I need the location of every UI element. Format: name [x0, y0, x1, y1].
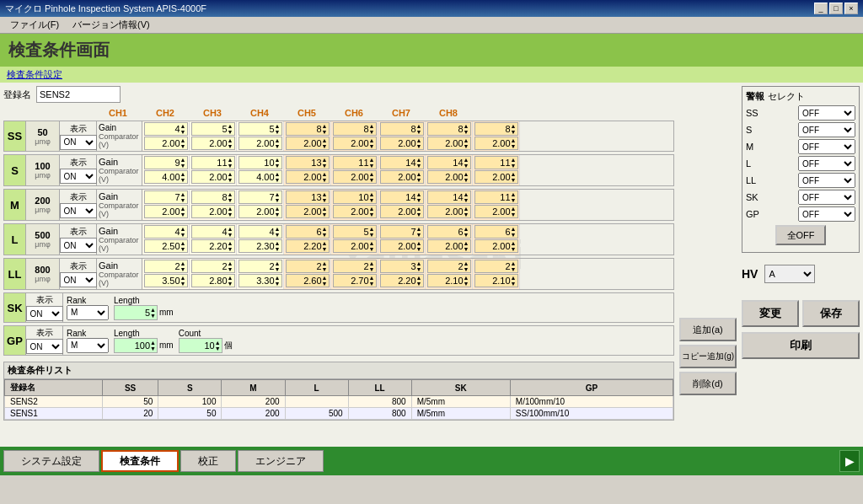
- ss-ch7-gain[interactable]: 8▲▼: [427, 122, 471, 136]
- alarm-ss-select[interactable]: OFFON: [798, 105, 855, 121]
- ch3-header: CH3: [189, 108, 236, 118]
- tab-arrow-button[interactable]: ▶: [839, 450, 860, 472]
- ss-ch2-comp[interactable]: 2.00▲▼: [191, 137, 235, 150]
- sk-rank-select[interactable]: MLS: [67, 305, 109, 320]
- ss-ch2-gain[interactable]: 5▲▼: [191, 122, 235, 136]
- menu-bar: ファイル(F) バージョン情報(V): [0, 17, 863, 34]
- col-gp: GP: [510, 380, 673, 396]
- all-off-button[interactable]: 全OFF: [775, 225, 826, 245]
- alarm-l-row: L OFFON: [746, 156, 855, 171]
- col-s: S: [158, 380, 222, 396]
- ch8-header: CH8: [425, 108, 472, 118]
- tab-inspection-conditions[interactable]: 検査条件: [101, 450, 179, 472]
- gp-length-label: Length: [114, 329, 174, 338]
- col-ss: SS: [102, 380, 158, 396]
- alarm-s-select[interactable]: OFFON: [798, 122, 855, 137]
- ch5-header: CH5: [283, 108, 330, 118]
- ch4-header: CH4: [236, 108, 283, 118]
- sk-rank-label: Rank: [67, 296, 109, 305]
- page-header: 検査条件画面: [0, 34, 863, 67]
- s-size: 100 μmφ: [26, 155, 60, 185]
- alarm-l-select[interactable]: OFFON: [798, 156, 855, 171]
- ll-display-select[interactable]: ONOFF: [60, 272, 97, 287]
- s-display-select[interactable]: ONOFF: [60, 169, 97, 184]
- ss-ch8-comp[interactable]: 2.00▲▼: [474, 137, 518, 150]
- col-sk: SK: [411, 380, 510, 396]
- ss-ch4-gain[interactable]: 8▲▼: [286, 122, 330, 136]
- ss-size-num: 50: [37, 127, 47, 137]
- gp-rank-select[interactable]: MLS: [67, 338, 109, 353]
- menu-version[interactable]: バージョン情報(V): [66, 17, 157, 33]
- col-m: M: [222, 380, 285, 396]
- alarm-sk-select[interactable]: OFFON: [798, 190, 855, 205]
- ss-ch5-gain[interactable]: 8▲▼: [333, 122, 377, 136]
- sk-label: SK: [4, 293, 26, 322]
- ss-ch4: 8▲▼ 2.00▲▼: [284, 121, 331, 151]
- save-button[interactable]: 保存: [802, 300, 860, 327]
- add-button[interactable]: 追加(a): [679, 318, 737, 341]
- ll-label: LL: [4, 259, 26, 289]
- ss-size: 50 μmφ: [26, 121, 60, 151]
- tab-calibration[interactable]: 校正: [180, 450, 236, 472]
- ss-display: 表示 ONOFF: [60, 121, 97, 151]
- ss-size-unit: μmφ: [35, 137, 51, 146]
- gp-rank-label: Rank: [67, 329, 109, 338]
- ss-display-select[interactable]: ONOFF: [60, 135, 97, 150]
- delete-button[interactable]: 削除(d): [679, 372, 737, 395]
- minimize-button[interactable]: _: [814, 3, 828, 14]
- gp-display-select[interactable]: ONOFF: [26, 339, 63, 354]
- ss-ch5-comp[interactable]: 2.00▲▼: [333, 137, 377, 150]
- ss-ch8-gain[interactable]: 8▲▼: [474, 122, 518, 136]
- hv-select[interactable]: AB: [764, 265, 815, 283]
- gp-count-input[interactable]: 10 ▲▼: [179, 338, 222, 353]
- tab-engineer[interactable]: エンジニア: [238, 450, 324, 472]
- col-l: L: [285, 380, 348, 396]
- change-button[interactable]: 変更: [742, 300, 799, 327]
- alarm-gp-select[interactable]: OFFON: [798, 206, 855, 222]
- conditions-table: 登録名 SS S M L LL SK GP SENS2: [4, 379, 673, 420]
- ss-ch8: 8▲▼ 2.00▲▼: [473, 121, 520, 151]
- table-row[interactable]: SENS2 50 100 200 800 M/5mm M/100mm/10: [5, 396, 673, 408]
- hv-row: HV AB: [742, 265, 860, 283]
- tab-bar: システム設定 検査条件 校正 エンジニア ▶: [0, 447, 863, 475]
- middle-buttons-area: 追加(a) コピー追加(g) 削除(d): [679, 86, 737, 421]
- print-button[interactable]: 印刷: [742, 332, 860, 359]
- l-row: L 500 μmφ 表示 ONOFF Gain Comparator(V) 4▲…: [3, 223, 674, 255]
- l-display-select[interactable]: ONOFF: [60, 238, 97, 253]
- ss-ch3-gain[interactable]: 5▲▼: [239, 122, 282, 136]
- m-display-select[interactable]: ONOFF: [60, 203, 97, 218]
- table-list-title: 検査条件リスト: [4, 362, 673, 379]
- tab-system-settings[interactable]: システム設定: [3, 450, 99, 472]
- s-display: 表示 ONOFF: [60, 155, 97, 185]
- sub-header-link[interactable]: 検査条件設定: [7, 68, 62, 81]
- table-row[interactable]: SENS1 20 50 200 500 800 M/5mm SS/100mm/1…: [5, 408, 673, 420]
- reg-input[interactable]: SENS2: [36, 86, 121, 103]
- ch6-header: CH6: [330, 108, 378, 118]
- ss-ch1: 4 ▲▼ 2.00 ▲▼: [142, 121, 190, 151]
- table-list-section: 検査条件リスト 登録名 SS S M L LL SK GP: [3, 362, 674, 421]
- left-panel: 登録名 SENS2 CH1 CH2 CH3 CH4 CH5 CH6 CH7 CH…: [3, 86, 674, 421]
- m-row: M 200 μmφ 表示 ONOFF Gain Comparator(V) 7▲…: [3, 189, 674, 221]
- sk-length-unit: mm: [159, 308, 174, 317]
- maximize-button[interactable]: □: [829, 3, 843, 14]
- sk-display-select[interactable]: ONOFF: [26, 306, 63, 321]
- ss-ch6-comp[interactable]: 2.00▲▼: [380, 137, 424, 150]
- copy-add-button[interactable]: コピー追加(g): [679, 345, 737, 368]
- right-panel: 警報 セレクト SS OFFON S OFFON M OFFON L: [742, 86, 860, 421]
- ss-ch7-comp[interactable]: 2.00▲▼: [427, 137, 471, 150]
- ss-ch6-gain[interactable]: 8▲▼: [380, 122, 424, 136]
- ss-ch3-comp[interactable]: 2.00▲▼: [239, 137, 282, 150]
- s-ch1: 9▲▼ 4.00▲▼: [142, 155, 190, 185]
- ss-ch1-gain[interactable]: 4 ▲▼: [144, 122, 188, 136]
- menu-file[interactable]: ファイル(F): [3, 17, 66, 33]
- close-button[interactable]: ×: [844, 3, 858, 14]
- alarm-m-select[interactable]: OFFON: [798, 139, 855, 154]
- ss-ch4-comp[interactable]: 2.00▲▼: [286, 137, 330, 150]
- alarm-ll-select[interactable]: OFFON: [798, 173, 855, 188]
- sk-length-input[interactable]: 5 ▲▼: [114, 305, 158, 320]
- alarm-m-row: M OFFON: [746, 139, 855, 154]
- gp-length-input[interactable]: 100 ▲▼: [114, 338, 158, 353]
- col-name: 登録名: [5, 380, 103, 396]
- s-row: S 100 μmφ 表示 ONOFF Gain Comparator(V) 9▲…: [3, 154, 674, 186]
- ss-ch1-comp[interactable]: 2.00 ▲▼: [144, 137, 188, 150]
